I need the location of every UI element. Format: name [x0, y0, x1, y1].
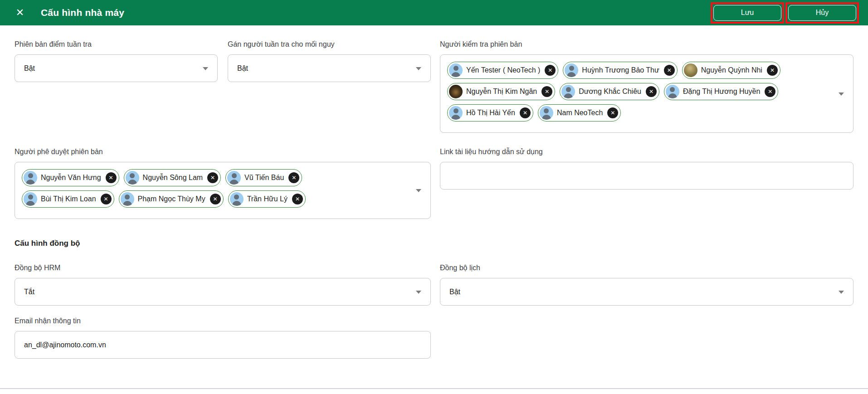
version-approvers-multiselect[interactable]: Nguyễn Văn Hưng✕Nguyễn Sông Lam✕Vũ Tiến … [15, 162, 431, 219]
cancel-button[interactable]: Hủy [788, 5, 856, 21]
person-avatar-icon [24, 192, 37, 206]
hrm-sync-label: Đồng bộ HRM [15, 263, 431, 272]
remove-chip-icon[interactable]: ✕ [664, 65, 675, 76]
person-avatar-icon [666, 85, 679, 98]
chip-name: Đặng Thị Hương Huyền [683, 88, 761, 96]
chip-name: Vũ Tiến Báu [244, 174, 285, 182]
chip-name: Nguyễn Văn Hưng [41, 174, 102, 182]
remove-chip-icon[interactable]: ✕ [101, 194, 112, 204]
remove-chip-icon[interactable]: ✕ [607, 107, 618, 118]
person-chip: Phạm Ngọc Thùy My✕ [119, 190, 224, 208]
hrm-sync-value: Tắt [24, 288, 34, 296]
person-chip: Yến Tester ( NeoTech )✕ [447, 62, 558, 79]
bottom-divider [0, 388, 868, 389]
doc-link-input[interactable] [440, 162, 853, 190]
email-input[interactable] [15, 331, 431, 359]
remove-chip-icon[interactable]: ✕ [767, 65, 778, 76]
chip-name: Nguyễn Thị Kim Ngân [466, 88, 538, 96]
remove-chip-icon[interactable]: ✕ [288, 172, 299, 183]
remove-chip-icon[interactable]: ✕ [520, 107, 531, 118]
chip-row: Nguyễn Thị Kim Ngân✕Dương Khắc Chiêu✕Đặn… [447, 83, 826, 100]
sync-section-title: Cấu hình đồng bộ [15, 239, 853, 248]
save-button[interactable]: Lưu [713, 5, 781, 21]
chip-name: Nguyễn Quỳnh Nhi [701, 66, 763, 74]
chevron-down-icon [203, 67, 208, 70]
person-avatar-icon [121, 192, 134, 206]
calendar-sync-select[interactable]: Bật [440, 278, 853, 306]
form-body: Phiên bản điểm tuần tra Bật Gán người tu… [0, 25, 868, 359]
person-chip: Nguyễn Thị Kim Ngân✕ [447, 83, 555, 100]
remove-chip-icon[interactable]: ✕ [646, 86, 657, 97]
doc-link-label: Link tài liệu hướng dẫn sử dụng [440, 147, 853, 156]
person-chip: Huỳnh Trương Bảo Thư✕ [563, 62, 677, 79]
assign-patrol-value: Bật [237, 64, 248, 73]
chip-name: Nam NeoTech [557, 109, 604, 117]
remove-chip-icon[interactable]: ✕ [292, 194, 303, 204]
remove-chip-icon[interactable]: ✕ [210, 194, 221, 204]
version-checkers-label: Người kiểm tra phiên bản [440, 40, 853, 49]
chip-name: Nguyễn Sông Lam [143, 174, 204, 182]
remove-chip-icon[interactable]: ✕ [106, 172, 117, 183]
photo-avatar [449, 85, 463, 98]
patrol-version-label: Phiên bản điểm tuần tra [15, 40, 218, 49]
close-icon[interactable]: ✕ [14, 6, 26, 19]
version-checkers-multiselect[interactable]: Yến Tester ( NeoTech )✕Huỳnh Trương Bảo … [440, 54, 853, 133]
person-avatar-icon [230, 192, 244, 206]
chevron-down-icon [839, 92, 844, 96]
person-avatar-icon [227, 171, 241, 185]
person-chip: Vũ Tiến Báu✕ [225, 169, 302, 186]
hrm-sync-select[interactable]: Tắt [15, 278, 431, 306]
person-avatar-icon [126, 171, 139, 185]
person-chip: Nguyễn Văn Hưng✕ [22, 169, 119, 186]
chip-name: Hồ Thị Hải Yến [466, 109, 516, 117]
person-avatar-icon [540, 106, 553, 120]
person-chip: Dương Khắc Chiêu✕ [560, 83, 659, 100]
calendar-sync-value: Bật [449, 288, 460, 296]
chip-name: Bùi Thị Kim Loan [41, 195, 97, 203]
calendar-sync-label: Đồng bộ lịch [440, 263, 853, 272]
assign-patrol-select[interactable]: Bật [228, 54, 431, 82]
annotation-box-save: Lưu [711, 2, 784, 24]
chip-name: Yến Tester ( NeoTech ) [466, 66, 541, 74]
chip-row: Hồ Thị Hải Yến✕Nam NeoTech✕ [447, 104, 826, 122]
person-chip: Trần Hữu Lý✕ [228, 190, 306, 208]
remove-chip-icon[interactable]: ✕ [545, 65, 556, 76]
chip-row: Yến Tester ( NeoTech )✕Huỳnh Trương Bảo … [447, 62, 826, 79]
chip-name: Dương Khắc Chiêu [579, 88, 642, 96]
chevron-down-icon [839, 291, 844, 294]
chip-name: Trần Hữu Lý [247, 195, 288, 203]
person-chip: Bùi Thị Kim Loan✕ [22, 190, 114, 208]
chevron-down-icon [416, 291, 421, 294]
chevron-down-icon [416, 67, 421, 70]
person-chip: Hồ Thị Hải Yến✕ [447, 104, 533, 122]
annotation-box-cancel: Hủy [785, 2, 859, 24]
person-avatar-icon [449, 106, 463, 120]
person-avatar-icon [449, 63, 463, 77]
patrol-version-select[interactable]: Bật [15, 54, 218, 82]
photo-avatar [684, 63, 697, 77]
person-avatar-icon [561, 85, 575, 98]
person-avatar-icon [24, 171, 37, 185]
page-title: Cấu hình nhà máy [41, 7, 124, 18]
chip-row: Bùi Thị Kim Loan✕Phạm Ngọc Thùy My✕Trần … [22, 190, 403, 208]
remove-chip-icon[interactable]: ✕ [765, 86, 775, 97]
person-chip: Nguyễn Quỳnh Nhi✕ [682, 62, 780, 79]
assign-patrol-label: Gán người tuần tra cho mối nguy [228, 40, 431, 49]
email-label: Email nhận thông tin [15, 316, 431, 326]
person-chip: Nam NeoTech✕ [538, 104, 621, 122]
chevron-down-icon [416, 189, 421, 192]
person-chip: Nguyễn Sông Lam✕ [124, 169, 221, 186]
person-chip: Đặng Thị Hương Huyền✕ [664, 83, 778, 100]
modal-header: ✕ Cấu hình nhà máy Lưu Hủy [0, 0, 868, 25]
chip-name: Phạm Ngọc Thùy My [138, 195, 206, 203]
patrol-version-value: Bật [24, 64, 35, 73]
chip-name: Huỳnh Trương Bảo Thư [582, 66, 660, 74]
person-avatar-icon [565, 63, 578, 77]
remove-chip-icon[interactable]: ✕ [207, 172, 218, 183]
chip-row: Nguyễn Văn Hưng✕Nguyễn Sông Lam✕Vũ Tiến … [22, 169, 403, 186]
remove-chip-icon[interactable]: ✕ [541, 86, 552, 97]
version-approvers-label: Người phê duyệt phiên bản [15, 147, 431, 156]
